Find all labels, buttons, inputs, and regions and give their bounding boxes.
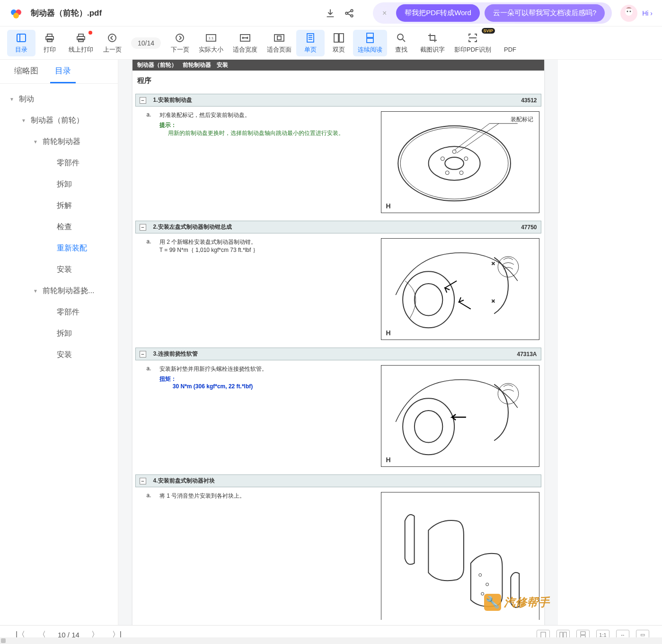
toc-button[interactable]: 目录 xyxy=(7,30,35,56)
svg-rect-58 xyxy=(564,632,566,638)
chevron-down-icon: ▼ xyxy=(33,288,40,294)
svg-rect-59 xyxy=(581,632,585,635)
toc-item[interactable]: ▼制动器（前轮） xyxy=(0,110,118,131)
promo-ai-summary-button[interactable]: 云一朵可以帮我写文档读后感吗? xyxy=(485,4,605,22)
collapse-icon[interactable]: − xyxy=(140,97,146,104)
crop-ocr-button[interactable]: 截图识字 xyxy=(415,30,450,56)
app-logo-icon xyxy=(9,6,24,20)
toc-item[interactable]: ▼制动 xyxy=(0,89,118,110)
step-body: a. 将 1 号消音垫片安装到各衬块上。 xyxy=(132,487,544,625)
tab-thumbnails[interactable]: 缩略图 xyxy=(9,60,43,83)
single-page-icon xyxy=(307,32,314,44)
fit-width-button[interactable]: 适合宽度 xyxy=(228,30,262,56)
collapse-icon[interactable]: − xyxy=(140,224,146,231)
collapse-icon[interactable]: − xyxy=(140,351,146,358)
document-view[interactable]: 制动器（前轮） 前轮制动器 安装 程序 − 1.安装前制动盘 43512 a. … xyxy=(118,60,558,625)
greeting-label[interactable]: Hi › xyxy=(642,9,653,17)
svg-point-40 xyxy=(464,157,468,161)
step-header: − 1.安装前制动盘 43512 xyxy=(135,94,541,107)
svg-point-48 xyxy=(414,284,442,315)
toc-item-label: 制动器（前轮） xyxy=(31,116,84,125)
step-header: − 2.安装左盘式制动器制动钳总成 47750 xyxy=(135,221,541,233)
svg-rect-57 xyxy=(560,632,563,638)
toc-item[interactable]: 拆卸 xyxy=(0,323,118,344)
svg-point-47 xyxy=(403,271,454,328)
double-page-icon xyxy=(334,32,344,44)
share-icon[interactable] xyxy=(342,6,356,20)
toc-item[interactable]: 安装 xyxy=(0,259,118,280)
toc-item[interactable]: 零部件 xyxy=(0,152,118,174)
close-icon[interactable]: × xyxy=(382,9,387,18)
toc-item[interactable]: 检查 xyxy=(0,216,118,238)
online-print-button[interactable]: 线上打印 xyxy=(64,30,98,56)
toc-item[interactable]: 拆卸 xyxy=(0,174,118,195)
promo-pdf-to-word-button[interactable]: 帮我把PDF转成Word xyxy=(396,4,480,22)
chevron-down-icon: ▼ xyxy=(9,97,16,102)
scan-icon xyxy=(468,32,477,44)
svg-rect-14 xyxy=(47,39,52,42)
total-pages-label: 14 xyxy=(147,39,154,47)
svg-point-43 xyxy=(452,150,456,153)
pdf-more-button[interactable]: PDF xyxy=(496,30,524,56)
tab-toc[interactable]: 目录 xyxy=(50,60,76,83)
toc-item[interactable]: ▼前轮制动器挠... xyxy=(0,280,118,302)
actual-size-icon: 1:1 xyxy=(206,32,216,44)
svg-point-2 xyxy=(13,13,19,18)
avatar[interactable] xyxy=(620,5,637,22)
page-indicator[interactable]: 10 / 14 xyxy=(131,37,161,49)
svg-point-39 xyxy=(441,157,444,161)
find-button[interactable]: 查找 xyxy=(387,30,415,56)
figure-caliper-assembly: H xyxy=(381,238,539,340)
collapse-icon[interactable]: − xyxy=(140,478,146,484)
print-button[interactable]: 打印 xyxy=(35,30,64,56)
step-body: a. 用 2 个新螺栓安装盘式制动器制动钳。 T = 99 N*m｛ 1,010… xyxy=(132,233,544,345)
continuous-button[interactable]: 连续阅读 xyxy=(353,30,387,56)
horizontal-scrollbar[interactable] xyxy=(0,637,662,644)
toc-item[interactable]: 重新装配 xyxy=(0,238,118,259)
svg-point-49 xyxy=(498,257,519,277)
scan-ocr-button[interactable]: SVIP 影印PDF识别 xyxy=(450,30,496,56)
fit-page-icon xyxy=(274,32,284,44)
figure-brake-disc: 装配标记 H xyxy=(381,111,539,213)
step-body: a. 安装新衬垫并用新拧头螺栓连接挠性软管。 扭矩： 30 N*m (306 k… xyxy=(132,360,544,472)
figure-flex-hose: H xyxy=(381,365,539,467)
toc-item[interactable]: 零部件 xyxy=(0,302,118,323)
prev-page-button[interactable]: 上一页 xyxy=(98,30,126,56)
toc-item-label: 拆解 xyxy=(57,201,72,211)
print-icon xyxy=(45,32,54,44)
toc-icon xyxy=(17,32,26,44)
double-page-button[interactable]: 双页 xyxy=(325,30,353,56)
svg-rect-24 xyxy=(277,36,281,40)
page-breadcrumb-bar: 制动器（前轮） 前轮制动器 安装 xyxy=(132,60,544,71)
svg-point-18 xyxy=(108,34,116,42)
svg-point-35 xyxy=(398,126,511,201)
svg-rect-31 xyxy=(367,33,373,37)
chevron-down-icon: ▼ xyxy=(33,139,40,144)
svg-line-34 xyxy=(403,39,405,42)
online-print-icon xyxy=(76,32,86,44)
search-icon xyxy=(397,32,406,44)
step-header: − 3.连接前挠性软管 47313A xyxy=(135,348,541,360)
toc-item-label: 前轮制动器挠... xyxy=(43,286,94,296)
single-page-button[interactable]: 单页 xyxy=(296,30,325,56)
crop-icon xyxy=(428,32,437,44)
sidebar-tabs: 缩略图 目录 xyxy=(0,60,118,84)
current-page-label: 10 xyxy=(138,39,145,47)
toc-item[interactable]: 安装 xyxy=(0,344,118,366)
svg-point-52 xyxy=(498,384,519,404)
svg-rect-29 xyxy=(334,34,338,42)
section-title: 程序 xyxy=(132,71,544,91)
svg-point-50 xyxy=(403,398,454,455)
download-icon[interactable] xyxy=(323,6,337,20)
chevron-down-icon: ▼ xyxy=(21,118,28,123)
toc-item[interactable]: ▼前轮制动器 xyxy=(0,131,118,152)
toc-item[interactable]: 拆解 xyxy=(0,195,118,216)
fit-page-button[interactable]: 适合页面 xyxy=(262,30,296,56)
svg-point-36 xyxy=(400,128,508,199)
toc-item-label: 零部件 xyxy=(57,307,79,317)
svg-point-42 xyxy=(459,171,463,175)
actual-size-button[interactable]: 1:1 实际大小 xyxy=(194,30,228,56)
svip-badge: SVIP xyxy=(482,28,495,34)
next-page-button[interactable]: 下一页 xyxy=(166,30,194,56)
svg-text:1:1: 1:1 xyxy=(208,36,214,40)
